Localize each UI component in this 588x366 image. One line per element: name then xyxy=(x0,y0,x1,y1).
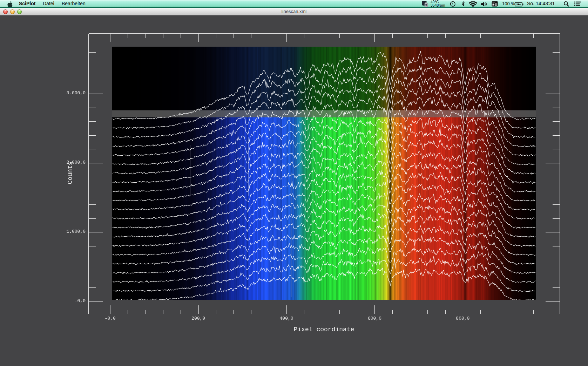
window-title: linescan.xml xyxy=(0,8,588,15)
window-title-bar: linescan.xml xyxy=(0,8,588,15)
menu-item-datei[interactable]: Datei xyxy=(43,0,54,7)
x-tick-label: 400,0 xyxy=(280,316,293,321)
menu-app-name[interactable]: SciPlot xyxy=(19,0,35,7)
wifi-icon[interactable] xyxy=(468,1,478,8)
y-tick-label: -0,0 xyxy=(75,298,86,303)
y-tick-label: 1.000,0 xyxy=(66,229,86,234)
time-machine-icon[interactable] xyxy=(450,1,456,8)
close-button[interactable] xyxy=(3,9,8,14)
x-tick-label: 200,0 xyxy=(191,316,205,321)
battery-percent: 100 % xyxy=(502,0,515,7)
spotlight-search-icon[interactable] xyxy=(563,1,569,8)
minimize-button[interactable] xyxy=(10,9,15,14)
notification-center-icon[interactable] xyxy=(574,1,581,8)
x-axis-title: Pixel coordinate xyxy=(294,326,354,333)
keyboard-viewer-icon[interactable] xyxy=(492,1,498,8)
x-tick-label: -0,0 xyxy=(105,316,116,321)
volume-icon[interactable] xyxy=(481,1,487,8)
plot-area: -0,0200,0400,0600,0800,0-0,01.000,02.000… xyxy=(0,15,588,366)
menu-item-bearbeiten[interactable]: Bearbeiten xyxy=(62,0,86,7)
temp-monitor-icon[interactable] xyxy=(422,1,428,8)
zoom-button[interactable] xyxy=(17,9,22,14)
y-tick-label: 3.000,0 xyxy=(66,90,86,96)
fan-speed-value: 3548rpm xyxy=(431,4,445,7)
x-tick-label: 600,0 xyxy=(368,316,381,321)
menu-clock[interactable]: So. 14:43:31 xyxy=(527,0,555,7)
battery-charging-icon[interactable] xyxy=(515,2,523,8)
bluetooth-icon[interactable] xyxy=(461,1,465,8)
menu-bar: SciPlot Datei Bearbeiten 49°C 3548rpm xyxy=(0,0,588,8)
x-tick-label: 800,0 xyxy=(456,316,469,321)
spectra-waterfall-canvas[interactable] xyxy=(112,34,536,300)
apple-logo-icon[interactable] xyxy=(7,1,13,9)
temp-fan-readout[interactable]: 49°C 3548rpm xyxy=(431,0,445,7)
y-axis-title: Counts xyxy=(67,162,74,184)
